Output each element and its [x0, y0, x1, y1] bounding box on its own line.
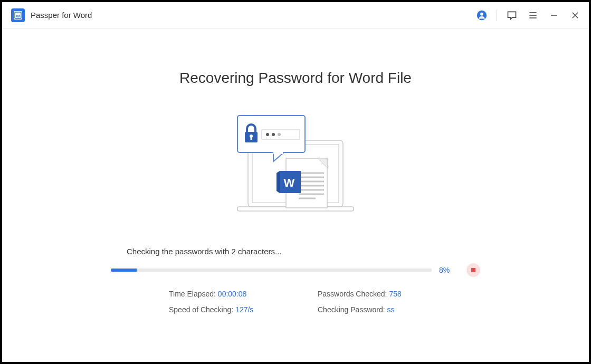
- stats-grid: Time Elapsed: 00:00:08 Passwords Checked…: [135, 290, 456, 314]
- app-title: Passper for Word: [31, 11, 475, 20]
- feedback-icon[interactable]: [506, 9, 518, 22]
- stat-value: ss: [387, 305, 395, 314]
- titlebar-divider: [497, 9, 497, 21]
- stat-time-elapsed: Time Elapsed: 00:00:08: [169, 290, 307, 298]
- stat-label: Checking Password:: [318, 305, 387, 314]
- account-icon[interactable]: [475, 9, 488, 22]
- stat-value: 00:00:08: [218, 290, 247, 298]
- progress-percent: 8%: [439, 266, 455, 274]
- minimize-icon[interactable]: [548, 9, 560, 22]
- page-title: Recovering Password for Word File: [179, 70, 412, 87]
- progress-bar: [111, 269, 432, 272]
- stat-label: Speed of Checking:: [169, 305, 235, 314]
- svg-point-30: [266, 133, 269, 136]
- stat-value: 127/s: [235, 305, 253, 314]
- svg-text:W: W: [16, 13, 20, 18]
- svg-rect-28: [251, 137, 252, 140]
- main-content: Recovering Password for Word File: [2, 28, 589, 362]
- menu-icon[interactable]: [527, 9, 539, 22]
- illustration: W: [227, 114, 364, 214]
- titlebar: W Passper for Word: [2, 2, 589, 28]
- app-window: W Passper for Word: [2, 2, 589, 362]
- progress-row: 8%: [111, 263, 480, 277]
- stop-button[interactable]: [466, 263, 480, 277]
- stat-passwords-checked: Passwords Checked: 758: [318, 290, 456, 298]
- titlebar-icons: [475, 9, 582, 22]
- stat-value: 758: [389, 290, 401, 298]
- svg-point-31: [272, 133, 275, 136]
- app-logo-icon: W: [11, 8, 25, 23]
- close-icon[interactable]: [569, 9, 582, 22]
- stat-label: Time Elapsed:: [169, 290, 218, 298]
- progress-fill: [111, 269, 137, 272]
- stat-label: Passwords Checked:: [318, 290, 389, 298]
- svg-rect-25: [273, 151, 283, 154]
- stop-icon: [471, 268, 475, 272]
- status-text: Checking the passwords with 2 characters…: [127, 247, 464, 256]
- svg-point-32: [278, 133, 281, 136]
- stat-checking-password: Checking Password: ss: [318, 305, 456, 314]
- stat-speed: Speed of Checking: 127/s: [169, 305, 307, 314]
- svg-point-5: [480, 12, 483, 15]
- svg-text:W: W: [284, 176, 295, 189]
